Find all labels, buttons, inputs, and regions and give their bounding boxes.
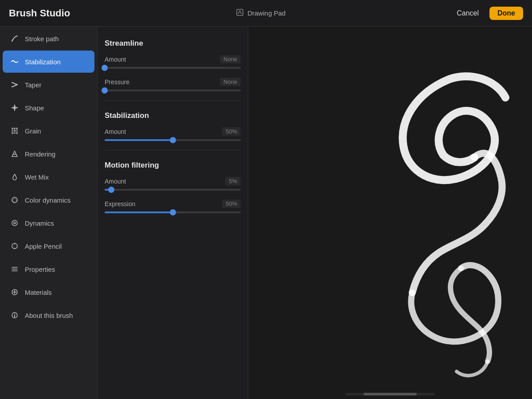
svg-rect-8 bbox=[12, 132, 13, 134]
svg-rect-7 bbox=[16, 130, 18, 132]
svg-rect-0 bbox=[237, 9, 243, 16]
svg-rect-4 bbox=[16, 128, 18, 129]
sidebar-item-wet-mix[interactable]: Wet Mix bbox=[3, 166, 94, 188]
mf-expression-value: 50% bbox=[222, 200, 241, 208]
streamline-amount-value: None bbox=[220, 55, 241, 63]
streamline-pressure-label: Pressure bbox=[105, 78, 129, 86]
sidebar-item-label-stabilization: Stabilization bbox=[25, 58, 61, 66]
svg-rect-6 bbox=[14, 130, 16, 132]
sidebar-item-label-apple-pencil: Apple Pencil bbox=[25, 243, 62, 250]
about-brush-icon bbox=[10, 310, 20, 320]
properties-icon bbox=[10, 264, 20, 274]
stab-amount-track[interactable] bbox=[105, 139, 241, 141]
sidebar-item-label-taper: Taper bbox=[25, 81, 42, 89]
sidebar-item-label-grain: Grain bbox=[25, 127, 41, 135]
stab-amount-row: Amount 50% bbox=[105, 127, 241, 141]
app-title: Brush Studio bbox=[9, 8, 70, 19]
sidebar-item-stabilization[interactable]: Stabilization bbox=[3, 51, 94, 73]
svg-rect-3 bbox=[14, 128, 16, 129]
mf-amount-track[interactable] bbox=[105, 189, 241, 191]
stab-amount-label: Amount bbox=[105, 128, 126, 135]
sidebar-item-label-stroke-path: Stroke path bbox=[25, 35, 59, 43]
mf-amount-value: 5% bbox=[225, 177, 241, 185]
drawing-pad-label[interactable]: Drawing Pad bbox=[247, 9, 286, 17]
sidebar-item-label-about-brush: About this brush bbox=[25, 312, 73, 319]
svg-rect-5 bbox=[12, 130, 13, 132]
sidebar-item-label-properties: Properties bbox=[25, 266, 55, 273]
streamline-pressure-value: None bbox=[220, 78, 241, 86]
wet-mix-icon bbox=[10, 172, 20, 182]
svg-point-12 bbox=[12, 220, 17, 226]
sidebar-item-rendering[interactable]: Rendering bbox=[3, 143, 94, 165]
sidebar-item-label-materials: Materials bbox=[25, 289, 52, 296]
sidebar-item-materials[interactable]: Materials bbox=[3, 281, 94, 303]
shape-icon bbox=[10, 103, 20, 113]
sidebar-item-label-color-dynamics: Color dynamics bbox=[25, 196, 70, 204]
sidebar-item-label-wet-mix: Wet Mix bbox=[25, 173, 49, 181]
svg-point-26 bbox=[14, 313, 15, 314]
streamline-section-title: Streamline bbox=[105, 39, 241, 48]
streamline-pressure-row: Pressure None bbox=[105, 78, 241, 91]
motion-filtering-section-title: Motion filtering bbox=[105, 161, 241, 170]
cancel-button[interactable]: Cancel bbox=[451, 7, 484, 20]
mf-expression-track[interactable] bbox=[105, 211, 241, 213]
top-bar: Brush Studio Drawing Pad Cancel Done bbox=[0, 0, 532, 27]
svg-rect-10 bbox=[16, 132, 18, 134]
taper-icon bbox=[10, 80, 20, 90]
drawing-pad-icon bbox=[236, 8, 244, 18]
svg-rect-9 bbox=[14, 132, 16, 134]
mf-expression-row: Expression 50% bbox=[105, 200, 241, 213]
sidebar-item-properties[interactable]: Properties bbox=[3, 258, 94, 280]
sidebar-item-stroke-path[interactable]: Stroke path bbox=[3, 27, 94, 50]
stabilization-section-title: Stabilization bbox=[105, 111, 241, 120]
sidebar-item-dynamics[interactable]: Dynamics bbox=[3, 212, 94, 234]
streamline-amount-label: Amount bbox=[105, 56, 126, 63]
top-bar-center: Drawing Pad bbox=[236, 8, 286, 18]
apple-pencil-icon bbox=[10, 241, 20, 251]
stabilization-icon bbox=[10, 57, 20, 66]
sidebar: Stroke pathStabilizationTaperShapeGrainR… bbox=[0, 27, 98, 399]
bottom-scrollbar[interactable] bbox=[346, 393, 434, 395]
settings-panel: Streamline Amount None Pressure None Sta… bbox=[98, 27, 248, 399]
svg-point-13 bbox=[14, 222, 16, 224]
canvas-area[interactable] bbox=[248, 27, 532, 399]
mf-amount-label: Amount bbox=[105, 178, 126, 185]
streamline-pressure-track[interactable] bbox=[105, 90, 241, 91]
sidebar-item-about-brush[interactable]: About this brush bbox=[3, 304, 94, 326]
top-bar-left: Brush Studio bbox=[9, 8, 70, 19]
stab-amount-value: 50% bbox=[222, 127, 241, 136]
rendering-icon bbox=[10, 149, 20, 159]
sidebar-item-shape[interactable]: Shape bbox=[3, 97, 94, 119]
sidebar-item-label-shape: Shape bbox=[25, 104, 44, 112]
sidebar-item-label-rendering: Rendering bbox=[25, 150, 55, 158]
materials-icon bbox=[10, 287, 20, 297]
top-bar-right: Cancel Done bbox=[451, 7, 523, 20]
sidebar-item-color-dynamics[interactable]: Color dynamics bbox=[3, 189, 94, 211]
mf-expression-label: Expression bbox=[105, 200, 135, 207]
streamline-amount-track[interactable] bbox=[105, 67, 241, 69]
main-content: Stroke pathStabilizationTaperShapeGrainR… bbox=[0, 27, 532, 399]
mf-amount-row: Amount 5% bbox=[105, 177, 241, 191]
svg-point-15 bbox=[15, 246, 15, 246]
sidebar-item-apple-pencil[interactable]: Apple Pencil bbox=[3, 235, 94, 257]
dynamics-icon bbox=[10, 218, 20, 228]
color-dynamics-icon bbox=[10, 195, 20, 205]
sidebar-item-label-dynamics: Dynamics bbox=[25, 219, 54, 227]
sidebar-item-taper[interactable]: Taper bbox=[3, 74, 94, 96]
streamline-amount-row: Amount None bbox=[105, 55, 241, 69]
done-button[interactable]: Done bbox=[489, 7, 523, 20]
stroke-path-icon bbox=[10, 34, 20, 43]
grain-icon bbox=[10, 126, 20, 136]
svg-rect-2 bbox=[12, 128, 13, 129]
sidebar-item-grain[interactable]: Grain bbox=[3, 120, 94, 142]
